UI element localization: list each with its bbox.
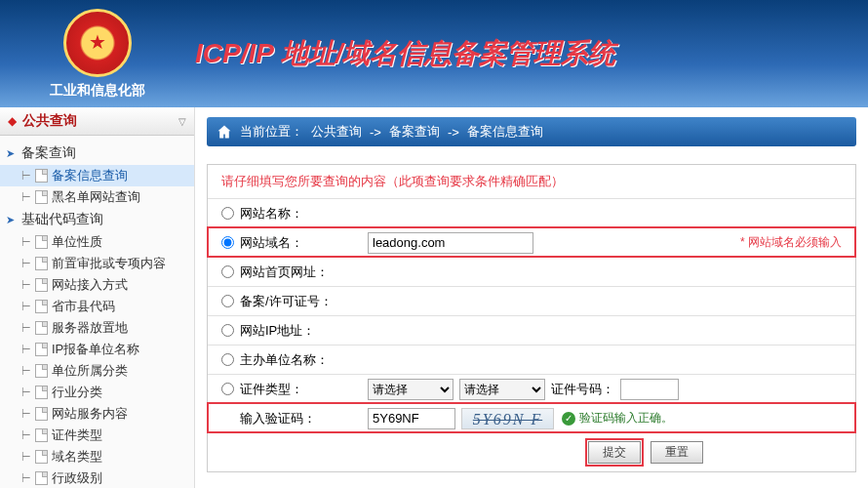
national-emblem-icon bbox=[63, 9, 132, 77]
button-row: 提交 重置 bbox=[208, 432, 855, 471]
doc-icon bbox=[35, 471, 48, 485]
required-note: * 网站域名必须输入 bbox=[740, 234, 842, 251]
tree-item[interactable]: ⊢域名类型 bbox=[0, 446, 194, 468]
bullet-icon: ◆ bbox=[8, 114, 17, 128]
radio-ip[interactable]: 网站IP地址： bbox=[221, 322, 368, 340]
row-site-name: 网站名称： bbox=[208, 198, 855, 227]
cert-type-select-2[interactable]: 请选择 bbox=[459, 379, 545, 400]
doc-icon bbox=[35, 278, 48, 292]
tree-group-basecode[interactable]: ➤ 基础代码查询 bbox=[0, 208, 194, 231]
submit-button[interactable]: 提交 bbox=[588, 441, 641, 464]
sidebar: ◆ 公共查询 ▽ ➤ 备案查询 ⊢ 备案信息查询 ⊢ 黑名单网站查询 ➤ 基础代… bbox=[0, 107, 195, 488]
radio-cert-type[interactable]: 证件类型： bbox=[221, 381, 368, 398]
doc-icon bbox=[35, 300, 48, 313]
captcha-label: 输入验证码： bbox=[221, 410, 368, 427]
tree-item[interactable]: ⊢单位性质 bbox=[0, 231, 194, 253]
domain-input[interactable] bbox=[368, 232, 533, 254]
doc-icon bbox=[35, 190, 48, 204]
doc-icon bbox=[35, 450, 48, 464]
tree-prefix-icon: ⊢ bbox=[21, 170, 31, 183]
tree-item[interactable]: ⊢前置审批或专项内容 bbox=[0, 253, 194, 274]
tree-item[interactable]: ⊢行政级别 bbox=[0, 468, 194, 488]
arrow-icon: ➤ bbox=[6, 214, 18, 226]
tree-item[interactable]: ⊢服务器放置地 bbox=[0, 317, 194, 339]
row-homepage: 网站首页网址： bbox=[208, 257, 855, 286]
cert-type-select-1[interactable]: 请选择 bbox=[368, 379, 454, 400]
tree-item[interactable]: ⊢行业分类 bbox=[0, 382, 194, 403]
radio-homepage[interactable]: 网站首页网址： bbox=[221, 264, 368, 281]
radio-license[interactable]: 备案/许可证号： bbox=[221, 293, 368, 310]
form-hint: 请仔细填写您所要查询的内容（此项查询要求条件精确匹配） bbox=[208, 165, 855, 198]
tree-item[interactable]: ⊢省市县代码 bbox=[0, 296, 194, 317]
arrow-icon: ➤ bbox=[6, 147, 18, 160]
radio-domain[interactable]: 网站域名： bbox=[221, 234, 368, 252]
breadcrumb-label: 当前位置： bbox=[240, 123, 303, 141]
check-icon: ✓ bbox=[562, 412, 575, 426]
doc-icon bbox=[35, 169, 48, 183]
sidebar-tree: ➤ 备案查询 ⊢ 备案信息查询 ⊢ 黑名单网站查询 ➤ 基础代码查询 ⊢单位性质… bbox=[0, 136, 194, 488]
captcha-input[interactable] bbox=[368, 408, 455, 429]
reset-button[interactable]: 重置 bbox=[651, 441, 703, 464]
captcha-image[interactable]: 5Y69N F bbox=[461, 408, 554, 429]
doc-icon bbox=[35, 364, 48, 378]
row-license: 备案/许可证号： bbox=[208, 286, 855, 315]
radio-sponsor[interactable]: 主办单位名称： bbox=[221, 351, 368, 369]
tree-item-blacklist[interactable]: ⊢ 黑名单网站查询 bbox=[0, 186, 194, 208]
doc-icon bbox=[35, 321, 48, 335]
chevron-down-icon: ▽ bbox=[178, 116, 186, 127]
breadcrumb-item[interactable]: 公共查询 bbox=[311, 123, 362, 141]
doc-icon bbox=[35, 428, 48, 442]
radio-site-name[interactable]: 网站名称： bbox=[221, 205, 368, 223]
row-domain: 网站域名： * 网站域名必须输入 bbox=[208, 227, 855, 257]
doc-icon bbox=[35, 386, 48, 399]
tree-item[interactable]: ⊢单位所属分类 bbox=[0, 360, 194, 382]
cert-no-label: 证件号码： bbox=[551, 381, 614, 398]
row-sponsor: 主办单位名称： bbox=[208, 345, 855, 374]
row-ip: 网站IP地址： bbox=[208, 315, 855, 345]
app-header: 工业和信息化部 ICP/IP 地址/域名信息备案管理系统 bbox=[0, 0, 868, 107]
tree-group-filing[interactable]: ➤ 备案查询 bbox=[0, 142, 194, 165]
sidebar-section-header[interactable]: ◆ 公共查询 ▽ bbox=[0, 107, 194, 136]
emblem-block: 工业和信息化部 bbox=[0, 9, 195, 100]
home-icon[interactable] bbox=[217, 124, 232, 140]
tree-item-filing-info[interactable]: ⊢ 备案信息查询 bbox=[0, 165, 194, 186]
tree-item[interactable]: ⊢证件类型 bbox=[0, 425, 194, 446]
tree-item[interactable]: ⊢网站服务内容 bbox=[0, 403, 194, 425]
app-title: ICP/IP 地址/域名信息备案管理系统 bbox=[195, 35, 615, 72]
tree-prefix-icon: ⊢ bbox=[21, 191, 31, 204]
captcha-ok-text: 验证码输入正确。 bbox=[579, 410, 673, 427]
breadcrumb-item: 备案信息查询 bbox=[467, 123, 543, 141]
doc-icon bbox=[35, 235, 48, 249]
row-captcha: 输入验证码： 5Y69N F ✓ 验证码输入正确。 bbox=[208, 403, 855, 432]
doc-icon bbox=[35, 343, 48, 356]
cert-no-input[interactable] bbox=[620, 379, 679, 400]
doc-icon bbox=[35, 257, 48, 270]
breadcrumb: 当前位置： 公共查询 -> 备案查询 -> 备案信息查询 bbox=[207, 117, 856, 146]
content-area: 当前位置： 公共查询 -> 备案查询 -> 备案信息查询 请仔细填写您所要查询的… bbox=[195, 107, 868, 488]
query-form: 请仔细填写您所要查询的内容（此项查询要求条件精确匹配） 网站名称： 网站域名： … bbox=[207, 164, 856, 472]
doc-icon bbox=[35, 407, 48, 421]
breadcrumb-item[interactable]: 备案查询 bbox=[389, 123, 440, 141]
tree-item[interactable]: ⊢IP报备单位名称 bbox=[0, 339, 194, 360]
tree-item[interactable]: ⊢网站接入方式 bbox=[0, 274, 194, 296]
sidebar-section-label: 公共查询 bbox=[22, 112, 77, 130]
row-cert-type: 证件类型： 请选择 请选择 证件号码： bbox=[208, 374, 855, 403]
ministry-name: 工业和信息化部 bbox=[0, 82, 195, 100]
